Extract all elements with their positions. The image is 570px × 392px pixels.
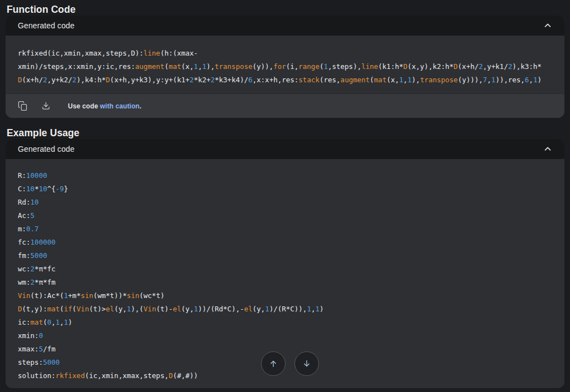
code-line: Vin(t):Ac*(1+m*sin(wm*t))*sin(wc*t) xyxy=(18,289,552,302)
code-content: rkfixed(ic,xmin,xmax,steps,D):line(h:(xm… xyxy=(6,36,564,93)
code-line: C:10*10^{-9} xyxy=(18,182,552,196)
code-line: xmin)/steps,x:xmin,y:ic,res:augment(mat(… xyxy=(18,60,552,73)
code-line: fc:100000 xyxy=(18,236,552,249)
code-line: ic:mat(0,1,1) xyxy=(18,316,552,329)
collapse-card-button[interactable] xyxy=(541,142,554,156)
use-code-label: Use code xyxy=(68,102,100,110)
code-line: m:0.7 xyxy=(18,222,552,236)
code-line: xmin:0 xyxy=(18,329,552,343)
code-line: R:10000 xyxy=(18,169,552,182)
section-title-function-code: Function Code xyxy=(7,3,564,16)
code-card-header: Generated code xyxy=(6,16,564,36)
code-line: wm:2*π*fm xyxy=(18,276,552,289)
code-line: Ac:5 xyxy=(18,209,552,222)
function-code-card: Generated code rkfixed(ic,xmin,xmax,step… xyxy=(6,16,564,118)
chevron-up-icon xyxy=(543,21,553,31)
section-title-example-usage: Example Usage xyxy=(7,127,564,139)
collapse-card-button[interactable] xyxy=(541,19,554,32)
code-line: Rd:10 xyxy=(18,196,552,209)
example-usage-card: Generated code R:10000C:10*10^{-9}Rd:10A… xyxy=(6,139,564,388)
card-header-label: Generated code xyxy=(18,145,75,153)
card-header-label: Generated code xyxy=(18,21,75,30)
code-line: wc:2*π*fc xyxy=(18,262,552,276)
page: Function Code Generated code rkfixed(ic,… xyxy=(0,0,570,388)
arrow-down-icon xyxy=(302,359,312,369)
code-card-footer: Use code with caution. xyxy=(6,93,564,118)
code-line: D(x+h/2,y+k2/2),k4:h*D(x+h,y+k3),y:y+(k1… xyxy=(18,73,552,87)
code-card-header: Generated code xyxy=(6,139,564,159)
arrow-up-icon xyxy=(268,359,278,369)
scroll-up-button[interactable] xyxy=(261,351,286,376)
copy-code-button[interactable] xyxy=(14,98,30,114)
copy-icon xyxy=(18,101,27,111)
download-icon xyxy=(41,101,51,111)
code-line: solution:rkfixed(ic,xmin,xmax,steps,D(#,… xyxy=(18,369,552,383)
scroll-down-button[interactable] xyxy=(294,351,319,376)
chevron-up-icon xyxy=(543,144,553,154)
code-line: xmax:5/fm xyxy=(18,343,552,356)
code-line: D(t,y):mat(if(Vin(t)>el(y,1),(Vin(t)-el(… xyxy=(18,302,552,316)
download-code-button[interactable] xyxy=(38,98,53,114)
caution-text: Use code with caution. xyxy=(68,102,141,110)
caution-period: . xyxy=(140,102,141,110)
code-content: R:10000C:10*10^{-9}Rd:10Ac:5m:0.7fc:1000… xyxy=(6,159,564,388)
code-line: rkfixed(ic,xmin,xmax,steps,D):line(h:(xm… xyxy=(18,47,552,60)
with-caution-link[interactable]: with caution xyxy=(100,102,140,110)
code-line: fm:5000 xyxy=(18,249,552,262)
